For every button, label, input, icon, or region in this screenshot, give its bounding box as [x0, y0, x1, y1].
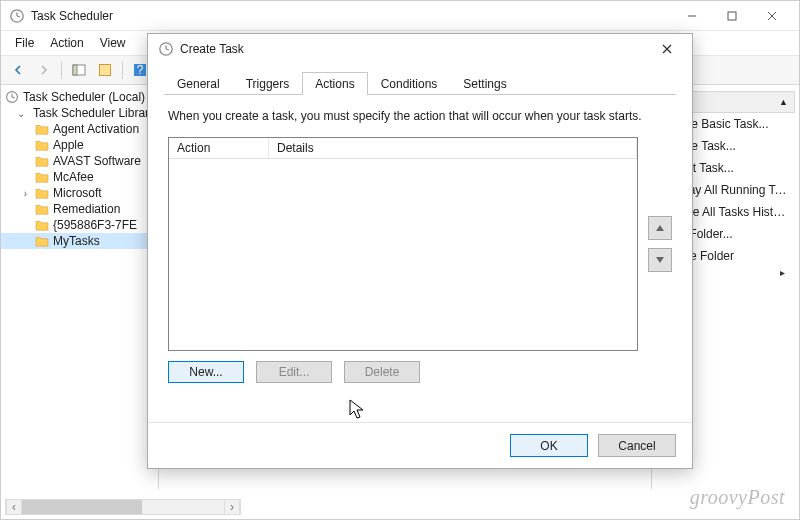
toolbar-separator	[61, 61, 62, 79]
menu-file[interactable]: File	[9, 34, 40, 52]
folder-icon	[35, 219, 49, 231]
svg-text:?: ?	[137, 63, 144, 77]
tab-description: When you create a task, you must specify…	[168, 109, 672, 123]
pane-toggle-button[interactable]	[68, 59, 90, 81]
horizontal-scrollbar[interactable]: ‹ ›	[5, 499, 241, 515]
create-task-dialog: Create Task General Triggers Actions Con…	[147, 33, 693, 469]
maximize-button[interactable]	[713, 3, 751, 29]
close-button[interactable]	[753, 3, 791, 29]
tree-item-label: AVAST Software	[53, 154, 141, 168]
nav-forward-button[interactable]	[33, 59, 55, 81]
tree-item[interactable]: McAfee	[1, 169, 158, 185]
svg-rect-9	[100, 65, 111, 76]
tree-library-label: Task Scheduler Library	[33, 106, 155, 120]
scroll-thumb[interactable]	[22, 500, 142, 514]
actions-list[interactable]: Action Details	[168, 137, 638, 351]
tab-triggers[interactable]: Triggers	[233, 72, 303, 95]
tree-item-label: Apple	[53, 138, 84, 152]
tree-root-label: Task Scheduler (Local)	[23, 90, 145, 104]
task-scheduler-icon	[158, 41, 174, 57]
edit-button[interactable]: Edit...	[256, 361, 332, 383]
tree-item-label: McAfee	[53, 170, 94, 184]
folder-icon	[35, 155, 49, 167]
folder-icon	[35, 203, 49, 215]
expander-icon[interactable]: ⌄	[17, 108, 25, 119]
navigation-tree[interactable]: Task Scheduler (Local) ⌄ Task Scheduler …	[1, 85, 159, 489]
dialog-close-button[interactable]	[652, 37, 682, 61]
tree-item-label: {595886F3-7FE	[53, 218, 137, 232]
menu-view[interactable]: View	[94, 34, 132, 52]
reorder-buttons	[648, 137, 672, 351]
task-scheduler-icon	[5, 90, 19, 104]
folder-icon	[35, 187, 49, 199]
ok-button[interactable]: OK	[510, 434, 588, 457]
dialog-titlebar: Create Task	[148, 34, 692, 64]
action-buttons-row: New... Edit... Delete	[168, 361, 672, 383]
tree-item[interactable]: Remediation	[1, 201, 158, 217]
tree-item[interactable]: Apple	[1, 137, 158, 153]
tree-item[interactable]: ›Microsoft	[1, 185, 158, 201]
task-scheduler-icon	[9, 8, 25, 24]
scroll-left-icon[interactable]: ‹	[6, 500, 22, 514]
scroll-right-icon[interactable]: ›	[224, 500, 240, 514]
col-action[interactable]: Action	[169, 138, 269, 158]
tree-item[interactable]: AVAST Software	[1, 153, 158, 169]
col-details[interactable]: Details	[269, 138, 637, 158]
tab-general[interactable]: General	[164, 72, 233, 95]
tree-item[interactable]: {595886F3-7FE	[1, 217, 158, 233]
list-header: Action Details	[169, 138, 637, 159]
tree-item-label: Remediation	[53, 202, 120, 216]
delete-button[interactable]: Delete	[344, 361, 420, 383]
tree-item-label: Microsoft	[53, 186, 102, 200]
dialog-title: Create Task	[180, 42, 244, 56]
tree-root[interactable]: Task Scheduler (Local)	[1, 89, 158, 105]
tab-settings[interactable]: Settings	[450, 72, 519, 95]
tree-item[interactable]: Agent Activation	[1, 121, 158, 137]
minimize-button[interactable]	[673, 3, 711, 29]
svg-rect-4	[728, 12, 736, 20]
menu-action[interactable]: Action	[44, 34, 89, 52]
main-title: Task Scheduler	[31, 9, 113, 23]
chevron-up-icon[interactable]: ▲	[779, 97, 788, 107]
folder-icon	[35, 235, 49, 247]
main-titlebar: Task Scheduler	[1, 1, 799, 31]
move-up-button[interactable]	[648, 216, 672, 240]
dialog-tabs: General Triggers Actions Conditions Sett…	[164, 72, 676, 95]
properties-button[interactable]	[94, 59, 116, 81]
scroll-track[interactable]	[22, 500, 224, 514]
tree-item-label: MyTasks	[53, 234, 100, 248]
folder-icon	[35, 123, 49, 135]
folder-icon	[35, 139, 49, 151]
move-down-button[interactable]	[648, 248, 672, 272]
tab-conditions[interactable]: Conditions	[368, 72, 451, 95]
svg-rect-8	[73, 65, 77, 75]
cancel-button[interactable]: Cancel	[598, 434, 676, 457]
tab-content: When you create a task, you must specify…	[164, 95, 676, 383]
tree-item-label: Agent Activation	[53, 122, 139, 136]
nav-back-button[interactable]	[7, 59, 29, 81]
tree-library[interactable]: ⌄ Task Scheduler Library	[1, 105, 158, 121]
dialog-footer: OK Cancel	[148, 422, 692, 468]
expander-icon[interactable]: ›	[20, 188, 31, 199]
tab-actions[interactable]: Actions	[302, 72, 367, 95]
tree-item-selected[interactable]: MyTasks	[1, 233, 158, 249]
toolbar-separator	[122, 61, 123, 79]
folder-icon	[35, 171, 49, 183]
new-button[interactable]: New...	[168, 361, 244, 383]
dialog-body: General Triggers Actions Conditions Sett…	[148, 64, 692, 422]
watermark: groovyPost	[690, 486, 785, 509]
